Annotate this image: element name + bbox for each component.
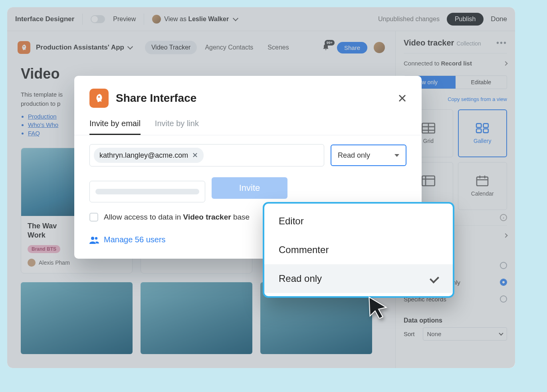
user-avatar[interactable] xyxy=(374,42,385,53)
svg-rect-6 xyxy=(476,129,481,133)
publish-button[interactable]: Publish xyxy=(447,13,484,26)
modal-title: Share Interface xyxy=(116,92,196,105)
view-gallery-option[interactable]: Gallery xyxy=(458,109,507,157)
chevron-down-icon xyxy=(127,44,133,49)
svg-rect-5 xyxy=(484,124,488,128)
list-icon xyxy=(421,175,436,186)
email-chip[interactable]: kathryn.langley@acme.com ✕ xyxy=(94,148,204,163)
permission-value: Read only xyxy=(338,151,370,160)
preview-toggle[interactable] xyxy=(91,15,105,23)
view-as-dropdown[interactable]: View as Leslie Walker xyxy=(152,15,238,24)
chip-text: kathryn.langley@acme.com xyxy=(99,151,188,160)
rocket-icon xyxy=(89,89,109,108)
thumb-image[interactable] xyxy=(141,282,252,354)
done-button[interactable]: Done xyxy=(491,15,507,23)
radio-icon xyxy=(500,262,507,269)
chevron-right-icon xyxy=(503,233,507,238)
allow-access-label: Allow access to data in Video tracker ba… xyxy=(104,213,250,222)
remove-chip-icon[interactable]: ✕ xyxy=(192,151,198,160)
preview-label: Preview xyxy=(113,16,136,23)
segment-editable[interactable]: Editable xyxy=(456,76,507,89)
dropdown-option-commenter[interactable]: Commenter xyxy=(264,236,453,264)
svg-rect-11 xyxy=(477,177,488,186)
email-input[interactable]: kathryn.langley@acme.com ✕ xyxy=(89,144,324,166)
chevron-down-icon xyxy=(394,154,399,157)
svg-point-15 xyxy=(91,237,94,240)
cursor-icon xyxy=(367,295,389,320)
app-name-dropdown[interactable]: Production Assistants' App xyxy=(36,44,132,51)
dropdown-option-editor[interactable]: Editor xyxy=(264,207,453,236)
unpublished-label: Unpublished changes xyxy=(378,16,440,23)
message-input[interactable] xyxy=(89,181,205,202)
check-icon xyxy=(430,274,439,283)
thumb-image[interactable] xyxy=(21,282,133,354)
share-button[interactable]: Share xyxy=(337,42,367,53)
divider xyxy=(144,14,144,25)
svg-point-16 xyxy=(95,237,97,239)
checkbox-icon[interactable] xyxy=(89,213,98,222)
avatar-icon xyxy=(152,15,161,24)
radio-icon xyxy=(500,279,507,286)
sort-label: Sort xyxy=(404,331,415,337)
tab-invite-link[interactable]: Invite by link xyxy=(155,119,199,135)
rocket-icon xyxy=(18,41,30,54)
close-button[interactable] xyxy=(398,94,406,103)
tag-pill: Brand BTS xyxy=(28,245,60,253)
dropdown-option-readonly[interactable]: Read only xyxy=(264,264,453,293)
users-icon xyxy=(89,236,99,244)
designer-topbar: Interface Designer Preview View as Lesli… xyxy=(7,7,515,31)
tab-agency-contacts[interactable]: Agency Contacts xyxy=(198,41,260,54)
svg-rect-7 xyxy=(484,129,488,133)
view-calendar-option[interactable]: Calendar xyxy=(458,162,507,210)
chevron-down-icon xyxy=(233,15,238,21)
data-options-title: Data options xyxy=(404,317,507,324)
designer-title: Interface Designer xyxy=(15,15,74,23)
notifications-button[interactable]: 99+ xyxy=(322,43,331,52)
inspector-subtitle: Collection xyxy=(456,40,481,47)
tab-scenes[interactable]: Scenes xyxy=(261,41,295,54)
avatar-icon xyxy=(28,259,36,267)
placeholder-bar xyxy=(95,189,199,194)
permission-select[interactable]: Read only xyxy=(331,145,406,166)
grid-icon xyxy=(421,123,436,134)
gallery-icon xyxy=(475,123,490,134)
radio-icon xyxy=(500,295,507,303)
tab-invite-email[interactable]: Invite by email xyxy=(89,119,141,135)
view-as-text: View as Leslie Walker xyxy=(164,16,229,23)
chevron-down-icon xyxy=(499,331,503,335)
permission-dropdown: Editor Commenter Read only xyxy=(263,202,454,298)
tab-video-tracker[interactable]: Video Tracker xyxy=(145,41,197,54)
svg-rect-4 xyxy=(476,124,481,128)
notification-badge: 99+ xyxy=(325,40,335,46)
app-tabs: Video Tracker Agency Contacts Scenes xyxy=(145,41,295,54)
svg-rect-8 xyxy=(422,176,435,186)
divider xyxy=(82,14,83,25)
chevron-right-icon xyxy=(503,61,507,65)
card-author: Alexis Pham xyxy=(28,259,126,267)
calendar-icon xyxy=(475,175,490,186)
sort-select[interactable]: None xyxy=(423,327,507,341)
inspector-title: Video tracker xyxy=(404,38,454,47)
chevron-right-icon[interactable]: › xyxy=(500,214,507,221)
invite-button[interactable]: Invite xyxy=(212,177,287,199)
connected-row[interactable]: Connected to Record list xyxy=(404,53,507,73)
app-header: Production Assistants' App Video Tracker… xyxy=(18,41,385,54)
